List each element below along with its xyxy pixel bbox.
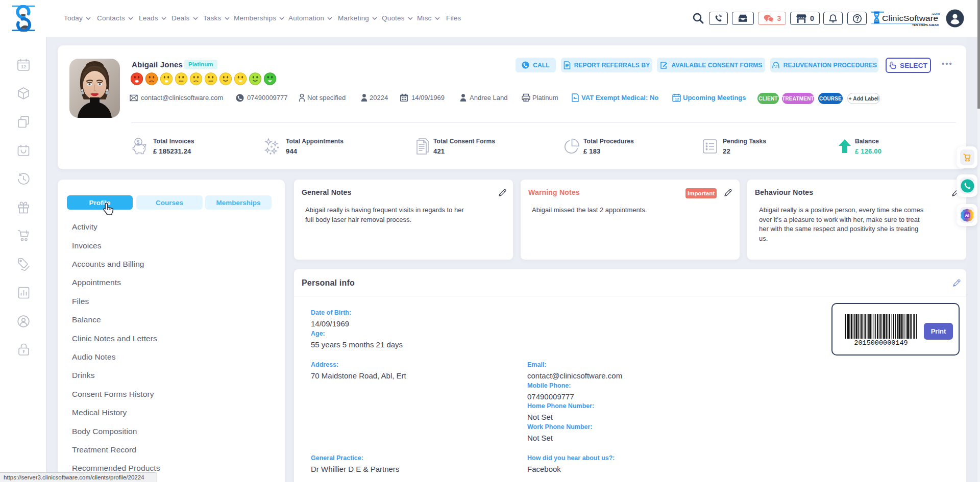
svg-text:ClinicSoftware: ClinicSoftware xyxy=(882,14,938,22)
svg-text:12: 12 xyxy=(675,97,679,102)
svg-text:TEN STEPS AHEAD: TEN STEPS AHEAD xyxy=(912,23,939,27)
svg-text:AI: AI xyxy=(965,213,970,218)
svg-text:12: 12 xyxy=(21,64,26,69)
svg-text:.com: .com xyxy=(932,11,940,16)
